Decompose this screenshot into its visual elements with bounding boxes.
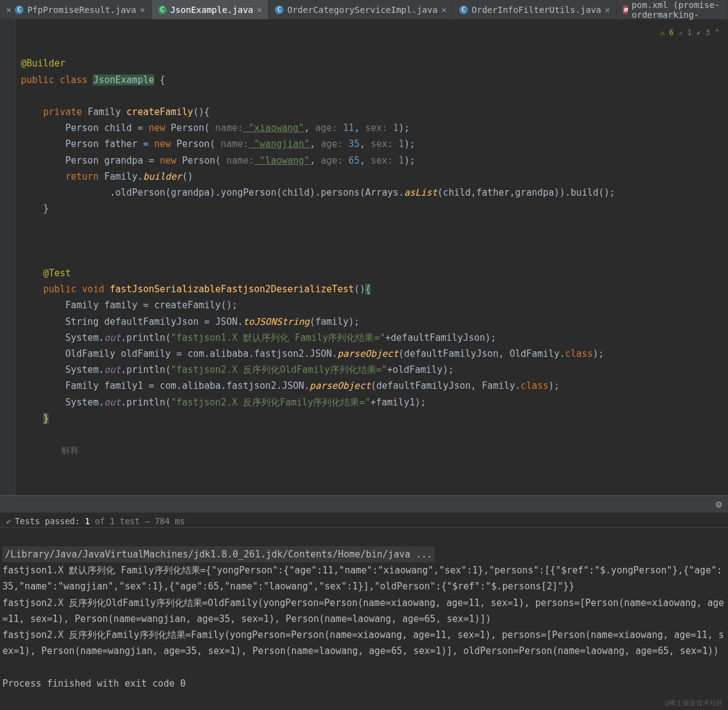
pom-file-icon: m xyxy=(623,6,628,14)
console-line: Process finished with exit code 0 xyxy=(2,678,186,689)
weak-warning-icon[interactable]: ⚠ 1 xyxy=(678,25,692,41)
typo-icon[interactable]: ✔ 3 xyxy=(697,25,710,41)
test-status-bar[interactable]: ✔ Tests passed: 1 of 1 test – 784 ms xyxy=(0,513,728,528)
tab-orderinfofilterutils[interactable]: C OrderInfoFilterUtils.java × xyxy=(453,0,617,19)
gutter[interactable] xyxy=(0,20,16,495)
run-toolbar: ⚙ xyxy=(0,496,728,513)
close-icon[interactable]: × xyxy=(257,5,262,15)
console-line: fastjson2.X 反序列化OldFamily序列化结果=OldFamily… xyxy=(2,597,724,624)
gear-icon[interactable]: ⚙ xyxy=(716,498,722,510)
console-line: fastjson1.X 默认序列化 Family序列化结果={"yongPers… xyxy=(2,565,722,592)
console-output[interactable]: /Library/Java/JavaVirtualMachines/jdk1.8… xyxy=(0,528,728,710)
check-icon: ✔ xyxy=(6,516,11,526)
code-area[interactable]: ⚠ 6 ⚠ 1 ✔ 3 ^ @Builder public class Json… xyxy=(16,20,728,495)
tab-label: OrderCategoryServiceImpl.java xyxy=(287,5,437,15)
inlay-hint[interactable]: 解释 xyxy=(61,442,79,458)
run-panel: ⚙ ✔ Tests passed: 1 of 1 test – 784 ms /… xyxy=(0,495,728,710)
close-icon[interactable]: × xyxy=(605,5,610,15)
tab-label: pom.xml (promise-ordermarking- xyxy=(631,0,721,20)
close-icon[interactable]: × xyxy=(140,5,144,15)
console-line: fastjson2.X 反序列化Family序列化结果=Family(yongP… xyxy=(2,629,724,656)
editor[interactable]: ⚠ 6 ⚠ 1 ✔ 3 ^ @Builder public class Json… xyxy=(0,20,728,495)
tab-label: JsonExample.java xyxy=(170,5,253,15)
close-icon[interactable]: × xyxy=(441,5,446,15)
tab-ordercategoryserviceimpl[interactable]: C OrderCategoryServiceImpl.java × xyxy=(269,0,453,19)
close-icon[interactable]: × xyxy=(6,5,11,15)
command-line: /Library/Java/JavaVirtualMachines/jdk1.8… xyxy=(2,546,435,562)
java-file-icon: C xyxy=(275,6,283,14)
inspections-widget[interactable]: ⚠ 6 ⚠ 1 ✔ 3 ^ xyxy=(660,25,719,41)
editor-tabs: × C PfpPromiseResult.java × C JsonExampl… xyxy=(0,0,728,20)
tab-label: PfpPromiseResult.java xyxy=(27,5,136,15)
java-file-icon: C xyxy=(459,6,468,14)
java-file-icon: C xyxy=(15,6,23,14)
warning-icon[interactable]: ⚠ 6 xyxy=(660,25,674,41)
watermark: @稀土掘金技术社区 xyxy=(665,698,723,708)
tab-jsonexample[interactable]: C JsonExample.java × xyxy=(152,0,269,19)
java-file-icon: C xyxy=(158,6,167,14)
tab-pomxml[interactable]: m pom.xml (promise-ordermarking- xyxy=(617,0,728,19)
tab-label: OrderInfoFilterUtils.java xyxy=(472,5,601,15)
expand-icon[interactable]: ^ xyxy=(715,25,719,41)
tab-pfppromiseresult[interactable]: × C PfpPromiseResult.java × xyxy=(0,0,152,19)
